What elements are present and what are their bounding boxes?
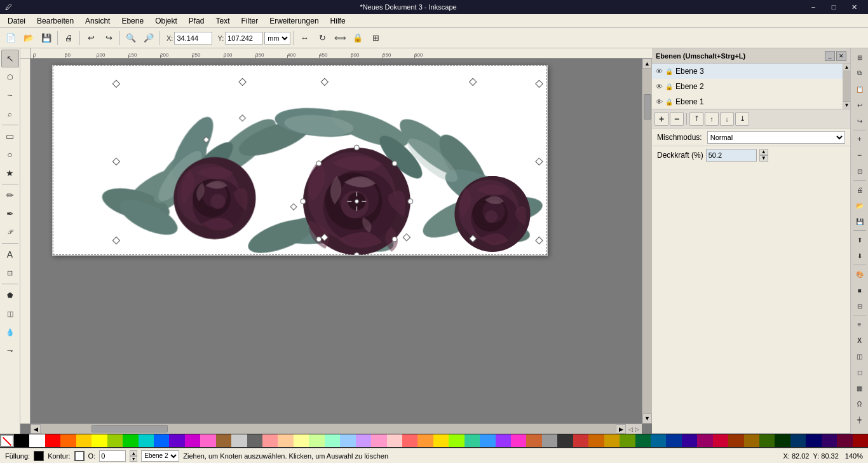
color-swatch[interactable]: [14, 434, 29, 447]
color-swatch[interactable]: [666, 434, 681, 447]
colorpick-icon-btn[interactable]: 🎨: [852, 266, 867, 282]
open-button[interactable]: 📂: [20, 30, 37, 46]
color-swatch[interactable]: [744, 434, 759, 447]
layer-lock-icon[interactable]: 🔒: [665, 68, 673, 75]
color-swatch[interactable]: [139, 434, 154, 447]
circle-tool-btn[interactable]: ○: [1, 146, 19, 163]
select-tool-btn[interactable]: ↖: [1, 50, 19, 67]
layer-selector[interactable]: Ebene 2 Ebene 1 Ebene 3: [141, 450, 179, 462]
color-swatch[interactable]: [60, 434, 76, 447]
swatches-icon-btn[interactable]: ▦: [852, 380, 867, 396]
color-swatch[interactable]: [433, 434, 449, 447]
opacity-up-btn[interactable]: ▲: [759, 149, 768, 155]
color-swatch[interactable]: [247, 434, 262, 447]
o-down-btn[interactable]: ▼: [130, 456, 137, 462]
rotate-button[interactable]: ↻: [314, 30, 330, 46]
unit-select[interactable]: mm px in: [264, 32, 290, 45]
color-swatch[interactable]: [123, 434, 138, 447]
layer-to-bottom-btn[interactable]: ⤓: [735, 112, 749, 126]
color-swatch[interactable]: [465, 434, 480, 447]
color-swatch[interactable]: [713, 434, 728, 447]
print-button[interactable]: 🖨: [60, 30, 77, 46]
menu-item-filter[interactable]: Filter: [236, 15, 264, 27]
undo-button[interactable]: ↩: [83, 30, 99, 46]
text-tool-btn[interactable]: A: [1, 245, 19, 263]
pen-tool-btn[interactable]: ✒: [1, 205, 19, 223]
symbols-icon-btn[interactable]: Ω: [852, 396, 867, 411]
color-swatch[interactable]: [775, 434, 790, 447]
layer-item-ebene1[interactable]: 👁 🔒 Ebene 1: [652, 94, 843, 109]
scroll-right-arrow[interactable]: ▶: [616, 424, 626, 434]
color-swatch[interactable]: [216, 434, 231, 447]
new-button[interactable]: 📄: [3, 30, 19, 46]
color-swatch[interactable]: [837, 434, 852, 447]
scroll-left-arrow[interactable]: ◀: [31, 424, 41, 434]
color-swatch[interactable]: [511, 434, 526, 447]
color-swatch[interactable]: [790, 434, 806, 447]
print-icon-btn[interactable]: 🖨: [852, 182, 867, 197]
menu-item-erweiterungen[interactable]: Erweiterungen: [264, 15, 323, 27]
opacity-input[interactable]: [706, 149, 757, 162]
color-swatch[interactable]: [107, 434, 123, 447]
color-swatch[interactable]: [728, 434, 743, 447]
color-swatch[interactable]: [262, 434, 278, 447]
transform-icon-btn[interactable]: ◫: [852, 349, 867, 364]
color-swatch[interactable]: [588, 434, 604, 447]
grid-icon-btn[interactable]: ⊟: [852, 298, 867, 314]
star-tool-btn[interactable]: ★: [1, 164, 19, 182]
object-icon-btn[interactable]: ◻: [852, 364, 867, 380]
layer-down-btn[interactable]: ↓: [720, 112, 734, 126]
o-up-btn[interactable]: ▲: [130, 450, 137, 456]
pencil-tool-btn[interactable]: ✏: [1, 186, 19, 204]
layer-lock-icon-2[interactable]: 🔒: [665, 83, 673, 90]
zoom-in-icon-btn[interactable]: +: [852, 132, 867, 147]
vertical-scrollbar[interactable]: ▲ ▼: [642, 59, 652, 424]
eyedrop-tool-btn[interactable]: 💧: [1, 323, 19, 341]
color-swatch[interactable]: [557, 434, 573, 447]
close-button[interactable]: ✕: [845, 1, 863, 13]
scroll-up-arrow[interactable]: ▲: [642, 59, 652, 69]
menu-item-text[interactable]: Text: [211, 15, 235, 27]
layers-scroll-down[interactable]: ▼: [843, 101, 850, 109]
color-none-btn[interactable]: [0, 434, 14, 447]
copy-icon-btn[interactable]: ⧉: [852, 66, 867, 81]
zoom-out-icon-btn[interactable]: −: [852, 148, 867, 163]
o-input[interactable]: [99, 450, 126, 462]
fill2-icon-btn[interactable]: ■: [852, 282, 867, 298]
blend-mode-select[interactable]: Normal Multiplizieren Überlagern: [707, 131, 845, 144]
color-swatch[interactable]: [526, 434, 541, 447]
color-swatch[interactable]: [45, 434, 60, 447]
color-swatch[interactable]: [356, 434, 371, 447]
layer-eye-icon-3[interactable]: 👁: [656, 98, 663, 106]
layers-close-btn[interactable]: ✕: [836, 51, 846, 61]
scroll-thumb-v[interactable]: [644, 94, 651, 120]
export-icon-btn[interactable]: ⬆: [852, 232, 867, 247]
color-swatch[interactable]: [76, 434, 92, 447]
layers-scrollbar[interactable]: ▲ ▼: [843, 64, 850, 109]
color-swatch[interactable]: [449, 434, 464, 447]
xml-icon-btn[interactable]: X: [852, 333, 867, 348]
menu-item-hilfe[interactable]: Hilfe: [325, 15, 351, 27]
layers-minimize-btn[interactable]: _: [825, 51, 835, 61]
gradient-tool-btn[interactable]: ◫: [1, 305, 19, 322]
fill-tool-btn[interactable]: ⬟: [1, 286, 19, 304]
color-swatch[interactable]: [278, 434, 293, 447]
snap-button[interactable]: ⊞: [367, 30, 384, 46]
zoom-out-button[interactable]: 🔎: [140, 30, 157, 46]
spray-tool-btn[interactable]: ⊡: [1, 264, 19, 282]
save-button[interactable]: 💾: [38, 30, 55, 46]
maximize-button[interactable]: □: [825, 1, 843, 13]
color-swatch[interactable]: [682, 434, 697, 447]
color-swatch[interactable]: [200, 434, 215, 447]
redo-icon-btn[interactable]: ↪: [852, 113, 867, 128]
menu-item-ebene[interactable]: Ebene: [116, 15, 149, 27]
y-input[interactable]: [225, 32, 263, 45]
import-icon-btn[interactable]: ⬇: [852, 248, 867, 263]
color-swatch[interactable]: [635, 434, 651, 447]
opacity-down-btn[interactable]: ▼: [759, 155, 768, 162]
zoom-tool-btn[interactable]: ⌕: [1, 105, 19, 123]
redo-button[interactable]: ↪: [100, 30, 117, 46]
color-swatch[interactable]: [417, 434, 433, 447]
fit-icon-btn[interactable]: ⊡: [852, 163, 867, 179]
calligr-tool-btn[interactable]: 𝒫: [1, 223, 19, 241]
